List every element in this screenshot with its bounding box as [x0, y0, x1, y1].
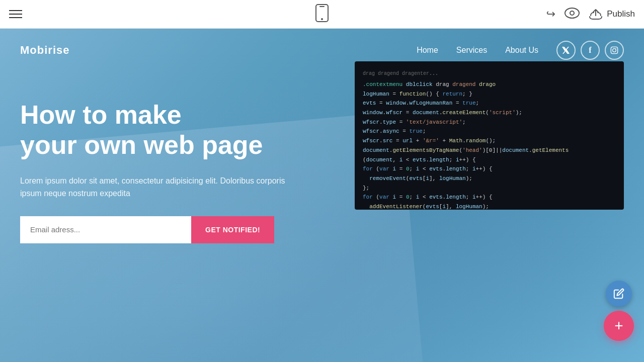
nav-services[interactable]: Services — [456, 46, 487, 55]
email-input[interactable] — [20, 216, 191, 243]
nav-home[interactable]: Home — [417, 46, 438, 55]
brand-logo: Mobirise — [20, 44, 69, 57]
hamburger-menu-button[interactable] — [9, 10, 22, 18]
code-display: drag dragend dragenter... .contextmenu d… — [355, 61, 624, 210]
main-area: Mobirise Home Services About Us f — [0, 29, 644, 362]
svg-point-6 — [613, 49, 616, 52]
toolbar-left — [9, 10, 22, 18]
toolbar: ↩ Publish — [0, 0, 644, 29]
svg-point-7 — [616, 48, 616, 49]
toolbar-center — [315, 4, 329, 25]
fab-add-button[interactable]: + — [604, 311, 634, 341]
publish-button[interactable]: Publish — [589, 9, 635, 20]
twitter-icon[interactable] — [556, 41, 576, 60]
nav-links: Home Services About Us f — [417, 41, 624, 60]
preview-button[interactable] — [565, 8, 580, 21]
toolbar-right: ↩ Publish — [546, 8, 635, 21]
svg-rect-5 — [611, 47, 617, 53]
hero-description: Lorem ipsum dolor sit amet, consectetur … — [20, 174, 292, 200]
hero-title: How to make your own web page — [20, 100, 302, 160]
code-image: drag dragend dragenter... .contextmenu d… — [355, 61, 624, 210]
facebook-icon[interactable]: f — [581, 41, 600, 60]
notify-button[interactable]: GET NOTIFIED! — [191, 216, 274, 243]
mobile-preview-button[interactable] — [315, 4, 329, 25]
social-icons: f — [556, 41, 624, 60]
undo-button[interactable]: ↩ — [546, 8, 555, 21]
nav-about[interactable]: About Us — [505, 46, 538, 55]
publish-label: Publish — [607, 9, 635, 19]
svg-point-4 — [570, 11, 574, 15]
email-form: GET NOTIFIED! — [20, 216, 302, 243]
svg-point-3 — [565, 8, 579, 18]
hero-content: How to make your own web page Lorem ipsu… — [0, 70, 322, 243]
instagram-icon[interactable] — [605, 41, 624, 60]
svg-point-1 — [321, 18, 323, 20]
fab-edit-button[interactable] — [606, 281, 632, 307]
